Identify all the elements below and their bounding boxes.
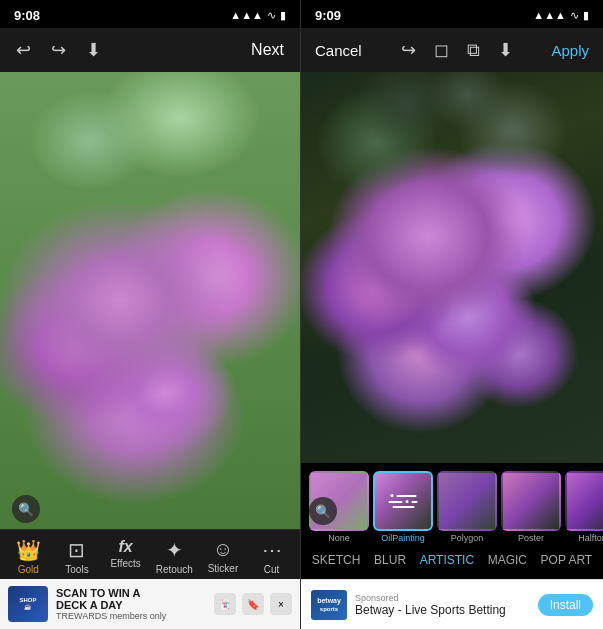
effect-thumb-polygon[interactable]: Polygon xyxy=(437,471,497,543)
ad-icon-1: 🃏 xyxy=(214,593,236,615)
toolbar-left: ↩ ↪ ⬇ Next xyxy=(0,28,300,72)
tools-icon: ⊡ xyxy=(68,538,85,562)
ad-text-right: Sponsored Betway - Live Sports Betting xyxy=(355,593,530,617)
undo-button[interactable]: ↩ xyxy=(16,39,31,61)
nav-label-gold: Gold xyxy=(18,564,39,575)
nav-item-retouch[interactable]: ✦ Retouch xyxy=(154,538,194,575)
flower-image-left xyxy=(0,72,300,529)
apply-button[interactable]: Apply xyxy=(551,42,589,59)
nav-label-cut: Cut xyxy=(264,564,280,575)
nav-item-gold[interactable]: 👑 Gold xyxy=(8,538,48,575)
toolbar-right-icons: ↪ ◻ ⧉ ⬇ xyxy=(401,39,513,61)
effects-strip: None xyxy=(301,463,603,579)
slider-dot-1 xyxy=(390,494,393,497)
ad-icon-3: × xyxy=(270,593,292,615)
redo-button[interactable]: ↪ xyxy=(51,39,66,61)
ad-banner-left[interactable]: SHOP☕ SCAN TO WIN A DECK A DAY TREWARDS … xyxy=(0,579,300,629)
nav-item-sticker[interactable]: ☺ Sticker xyxy=(203,538,243,575)
effect-label-poster: Poster xyxy=(518,533,544,543)
ad-logo-left: SHOP☕ xyxy=(8,586,48,622)
effect-thumb-oilpainting[interactable]: OilPainting xyxy=(373,471,433,543)
ad-subtitle-left: TREWARDS members only xyxy=(56,611,206,621)
ad-icons-right-left: 🃏 🔖 × xyxy=(214,593,292,615)
battery-icon-left: ▮ xyxy=(280,9,286,22)
retouch-icon: ✦ xyxy=(166,538,183,562)
nav-item-tools[interactable]: ⊡ Tools xyxy=(57,538,97,575)
battery-icon-right: ▮ xyxy=(583,9,589,22)
toolbar-right: Cancel ↪ ◻ ⧉ ⬇ Apply xyxy=(301,28,603,72)
signal-icon-left: ▲▲▲ xyxy=(230,9,263,21)
ad-icon-2: 🔖 xyxy=(242,593,264,615)
status-icons-right: ▲▲▲ ∿ ▮ xyxy=(533,9,589,22)
toolbar-icons-group: ↩ ↪ ⬇ xyxy=(16,39,101,61)
oil-overlay-icon xyxy=(389,494,418,508)
nav-label-effects: Effects xyxy=(110,558,140,569)
zoom-button-left[interactable]: 🔍 xyxy=(12,495,40,523)
main-image-left xyxy=(0,72,300,529)
status-icons-left: ▲▲▲ ∿ ▮ xyxy=(230,9,286,22)
betway-logo: betwaysports xyxy=(311,590,347,620)
tab-blur[interactable]: BLUR xyxy=(370,551,410,569)
ad-main-text-right: Betway - Live Sports Betting xyxy=(355,603,530,617)
sponsored-label: Sponsored xyxy=(355,593,530,603)
status-bar-left: 9:08 ▲▲▲ ∿ ▮ xyxy=(0,0,300,28)
effect-preview-halftone xyxy=(565,471,603,531)
time-left: 9:08 xyxy=(14,8,40,23)
effect-label-none: None xyxy=(328,533,350,543)
wifi-icon-right: ∿ xyxy=(570,9,579,22)
effect-label-polygon: Polygon xyxy=(451,533,484,543)
copy-button[interactable]: ⧉ xyxy=(467,40,480,61)
install-button[interactable]: Install xyxy=(538,594,593,616)
ad-deck-title: DECK A DAY xyxy=(56,599,206,611)
zoom-button-right[interactable]: 🔍 xyxy=(309,497,337,525)
nav-label-retouch: Retouch xyxy=(156,564,193,575)
signal-icon-right: ▲▲▲ xyxy=(533,9,566,21)
next-button[interactable]: Next xyxy=(251,41,284,59)
effects-thumbnails: None xyxy=(301,471,603,543)
effect-thumb-poster[interactable]: Poster xyxy=(501,471,561,543)
download-button-right[interactable]: ⬇ xyxy=(498,39,513,61)
nav-label-sticker: Sticker xyxy=(208,563,239,574)
nav-label-tools: Tools xyxy=(65,564,88,575)
effect-preview-poster xyxy=(501,471,561,531)
tab-magic[interactable]: MAGIC xyxy=(484,551,531,569)
crown-icon: 👑 xyxy=(16,538,41,562)
effect-label-oilpainting: OilPainting xyxy=(381,533,425,543)
status-bar-right: 9:09 ▲▲▲ ∿ ▮ xyxy=(301,0,603,28)
effect-thumb-halftone[interactable]: Halftone xyxy=(565,471,603,543)
slider-bar-4 xyxy=(392,506,414,508)
slider-bar-3 xyxy=(412,501,418,503)
tab-sketch[interactable]: SKETCH xyxy=(308,551,365,569)
nav-icons-row: 👑 Gold ⊡ Tools fx Effects ✦ Retouch ☺ St… xyxy=(0,530,300,579)
left-phone: 9:08 ▲▲▲ ∿ ▮ ↩ ↪ ⬇ Next 👑 Gold ⊡ Tools xyxy=(0,0,301,629)
nav-item-effects[interactable]: fx Effects xyxy=(106,538,146,575)
slider-dot-2 xyxy=(406,500,409,503)
effect-preview-oilpainting xyxy=(373,471,433,531)
ad-title-left: SCAN TO WIN A xyxy=(56,587,206,599)
cancel-button[interactable]: Cancel xyxy=(315,42,362,59)
ad-text-group-left: SCAN TO WIN A DECK A DAY TREWARDS member… xyxy=(56,587,206,621)
zoom-icon-left: 🔍 xyxy=(18,502,34,517)
erase-button[interactable]: ◻ xyxy=(434,39,449,61)
flower-artistic-image xyxy=(301,72,603,463)
effects-icon: fx xyxy=(119,538,133,556)
main-image-right xyxy=(301,72,603,463)
effects-tabs: SKETCH BLUR ARTISTIC MAGIC POP ART xyxy=(301,543,603,575)
cut-icon: ⋯ xyxy=(262,538,282,562)
effect-preview-polygon xyxy=(437,471,497,531)
tab-pop-art[interactable]: POP ART xyxy=(537,551,597,569)
bottom-nav-left: 👑 Gold ⊡ Tools fx Effects ✦ Retouch ☺ St… xyxy=(0,529,300,629)
effect-label-halftone: Halftone xyxy=(578,533,603,543)
slider-bar-2 xyxy=(389,501,403,503)
wifi-icon-left: ∿ xyxy=(267,9,276,22)
right-phone: 9:09 ▲▲▲ ∿ ▮ Cancel ↪ ◻ ⧉ ⬇ Apply None xyxy=(301,0,603,629)
slider-bar-1 xyxy=(396,495,416,497)
zoom-icon-right: 🔍 xyxy=(315,504,331,519)
nav-item-cut[interactable]: ⋯ Cut xyxy=(252,538,292,575)
sticker-icon: ☺ xyxy=(213,538,233,561)
tab-artistic[interactable]: ARTISTIC xyxy=(416,551,478,569)
ad-banner-right[interactable]: betwaysports Sponsored Betway - Live Spo… xyxy=(301,579,603,629)
time-right: 9:09 xyxy=(315,8,341,23)
download-button-left[interactable]: ⬇ xyxy=(86,39,101,61)
redo-button-right[interactable]: ↪ xyxy=(401,39,416,61)
